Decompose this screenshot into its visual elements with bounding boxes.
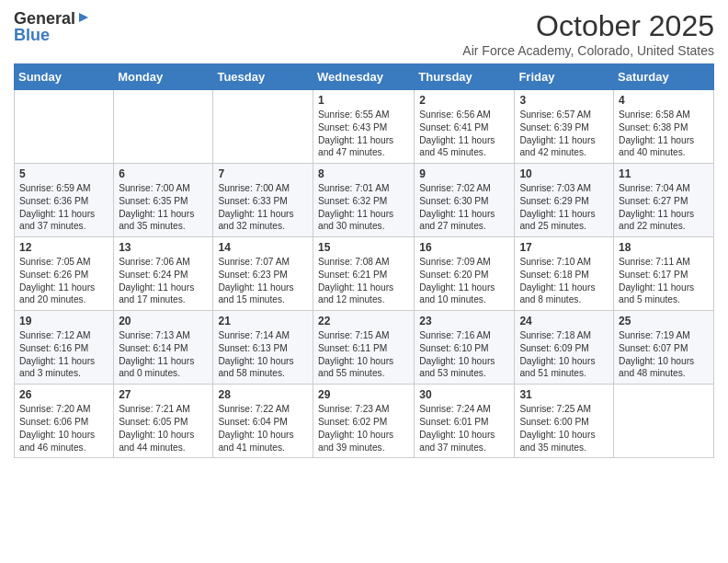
day-info: Sunrise: 7:14 AM Sunset: 6:13 PM Dayligh…: [218, 329, 308, 380]
calendar-table: Sunday Monday Tuesday Wednesday Thursday…: [14, 63, 714, 458]
day-number: 12: [19, 241, 108, 254]
day-number: 18: [619, 241, 709, 254]
day-info: Sunrise: 7:25 AM Sunset: 6:00 PM Dayligh…: [519, 403, 609, 454]
day-info: Sunrise: 6:58 AM Sunset: 6:38 PM Dayligh…: [619, 109, 709, 159]
day-number: 17: [519, 241, 609, 254]
table-row: 17Sunrise: 7:10 AM Sunset: 6:18 PM Dayli…: [515, 237, 614, 311]
day-number: 25: [619, 315, 709, 327]
day-number: 20: [119, 315, 208, 327]
col-monday: Monday: [114, 64, 213, 90]
table-row: 30Sunrise: 7:24 AM Sunset: 6:01 PM Dayli…: [415, 385, 515, 458]
table-row: 9Sunrise: 7:02 AM Sunset: 6:30 PM Daylig…: [415, 164, 515, 237]
day-info: Sunrise: 7:15 AM Sunset: 6:11 PM Dayligh…: [318, 329, 409, 380]
day-info: Sunrise: 7:03 AM Sunset: 6:29 PM Dayligh…: [519, 182, 609, 233]
table-row: 15Sunrise: 7:08 AM Sunset: 6:21 PM Dayli…: [313, 237, 415, 311]
table-row: 1Sunrise: 6:55 AM Sunset: 6:43 PM Daylig…: [313, 90, 415, 164]
day-info: Sunrise: 7:13 AM Sunset: 6:14 PM Dayligh…: [119, 329, 208, 380]
table-row: 27Sunrise: 7:21 AM Sunset: 6:05 PM Dayli…: [114, 385, 213, 458]
day-info: Sunrise: 7:04 AM Sunset: 6:27 PM Dayligh…: [619, 182, 709, 233]
table-row: 26Sunrise: 7:20 AM Sunset: 6:06 PM Dayli…: [15, 385, 114, 458]
day-info: Sunrise: 7:08 AM Sunset: 6:21 PM Dayligh…: [318, 256, 409, 306]
logo-blue-text: Blue: [14, 26, 50, 45]
table-row: 28Sunrise: 7:22 AM Sunset: 6:04 PM Dayli…: [213, 385, 313, 458]
calendar-week-row: 1Sunrise: 6:55 AM Sunset: 6:43 PM Daylig…: [15, 90, 714, 164]
day-info: Sunrise: 7:16 AM Sunset: 6:10 PM Dayligh…: [419, 329, 509, 380]
day-number: 4: [619, 94, 709, 107]
table-row: 12Sunrise: 7:05 AM Sunset: 6:26 PM Dayli…: [15, 237, 114, 311]
col-saturday: Saturday: [614, 64, 714, 90]
day-number: 27: [119, 388, 208, 401]
day-info: Sunrise: 6:56 AM Sunset: 6:41 PM Dayligh…: [419, 109, 509, 159]
day-number: 6: [119, 167, 208, 180]
table-row: [15, 90, 114, 164]
day-number: 16: [419, 241, 509, 254]
day-info: Sunrise: 7:19 AM Sunset: 6:07 PM Dayligh…: [619, 329, 709, 380]
day-info: Sunrise: 7:18 AM Sunset: 6:09 PM Dayligh…: [519, 329, 609, 380]
table-row: 11Sunrise: 7:04 AM Sunset: 6:27 PM Dayli…: [614, 164, 714, 237]
table-row: 22Sunrise: 7:15 AM Sunset: 6:11 PM Dayli…: [313, 311, 415, 385]
table-row: 14Sunrise: 7:07 AM Sunset: 6:23 PM Dayli…: [213, 237, 313, 311]
col-sunday: Sunday: [15, 64, 114, 90]
table-row: 18Sunrise: 7:11 AM Sunset: 6:17 PM Dayli…: [614, 237, 714, 311]
day-info: Sunrise: 7:06 AM Sunset: 6:24 PM Dayligh…: [119, 256, 208, 306]
day-info: Sunrise: 7:22 AM Sunset: 6:04 PM Dayligh…: [218, 403, 308, 454]
col-thursday: Thursday: [415, 64, 515, 90]
table-row: 10Sunrise: 7:03 AM Sunset: 6:29 PM Dayli…: [515, 164, 614, 237]
day-number: 13: [119, 241, 208, 254]
day-number: 19: [19, 315, 108, 327]
table-row: 21Sunrise: 7:14 AM Sunset: 6:13 PM Dayli…: [213, 311, 313, 385]
table-row: 23Sunrise: 7:16 AM Sunset: 6:10 PM Dayli…: [415, 311, 515, 385]
day-info: Sunrise: 7:05 AM Sunset: 6:26 PM Dayligh…: [19, 256, 108, 306]
day-number: 2: [419, 94, 509, 107]
calendar-header-row: Sunday Monday Tuesday Wednesday Thursday…: [15, 64, 714, 90]
day-number: 5: [19, 167, 108, 180]
day-number: 1: [318, 94, 409, 107]
day-number: 14: [218, 241, 308, 254]
title-block: October 2025 Air Force Academy, Colorado…: [462, 9, 714, 58]
day-number: 26: [19, 388, 108, 401]
day-number: 3: [519, 94, 609, 107]
day-number: 28: [218, 388, 308, 401]
table-row: 5Sunrise: 6:59 AM Sunset: 6:36 PM Daylig…: [15, 164, 114, 237]
table-row: 4Sunrise: 6:58 AM Sunset: 6:38 PM Daylig…: [614, 90, 714, 164]
day-number: 21: [218, 315, 308, 327]
day-info: Sunrise: 6:59 AM Sunset: 6:36 PM Dayligh…: [19, 182, 108, 233]
day-info: Sunrise: 6:57 AM Sunset: 6:39 PM Dayligh…: [519, 109, 609, 159]
col-friday: Friday: [515, 64, 614, 90]
table-row: [213, 90, 313, 164]
day-number: 10: [519, 167, 609, 180]
table-row: [114, 90, 213, 164]
header: General Blue October 2025 Air Force Acad…: [14, 9, 714, 58]
svg-marker-0: [79, 13, 88, 22]
logo-arrow-icon: [77, 11, 90, 28]
day-number: 8: [318, 167, 409, 180]
main-title: October 2025: [462, 9, 714, 43]
col-wednesday: Wednesday: [313, 64, 415, 90]
page: General Blue October 2025 Air Force Acad…: [0, 0, 728, 472]
calendar-week-row: 12Sunrise: 7:05 AM Sunset: 6:26 PM Dayli…: [15, 237, 714, 311]
table-row: 7Sunrise: 7:00 AM Sunset: 6:33 PM Daylig…: [213, 164, 313, 237]
day-info: Sunrise: 7:02 AM Sunset: 6:30 PM Dayligh…: [419, 182, 509, 233]
day-number: 11: [619, 167, 709, 180]
day-info: Sunrise: 7:23 AM Sunset: 6:02 PM Dayligh…: [318, 403, 409, 454]
day-info: Sunrise: 7:00 AM Sunset: 6:33 PM Dayligh…: [218, 182, 308, 233]
day-info: Sunrise: 7:09 AM Sunset: 6:20 PM Dayligh…: [419, 256, 509, 306]
day-info: Sunrise: 6:55 AM Sunset: 6:43 PM Dayligh…: [318, 109, 409, 159]
day-info: Sunrise: 7:12 AM Sunset: 6:16 PM Dayligh…: [19, 329, 108, 380]
table-row: 31Sunrise: 7:25 AM Sunset: 6:00 PM Dayli…: [515, 385, 614, 458]
day-number: 31: [519, 388, 609, 401]
day-number: 22: [318, 315, 409, 327]
day-number: 15: [318, 241, 409, 254]
table-row: 29Sunrise: 7:23 AM Sunset: 6:02 PM Dayli…: [313, 385, 415, 458]
table-row: 25Sunrise: 7:19 AM Sunset: 6:07 PM Dayli…: [614, 311, 714, 385]
day-info: Sunrise: 7:20 AM Sunset: 6:06 PM Dayligh…: [19, 403, 108, 454]
day-info: Sunrise: 7:10 AM Sunset: 6:18 PM Dayligh…: [519, 256, 609, 306]
calendar-week-row: 26Sunrise: 7:20 AM Sunset: 6:06 PM Dayli…: [15, 385, 714, 458]
day-number: 9: [419, 167, 509, 180]
day-number: 30: [419, 388, 509, 401]
table-row: 2Sunrise: 6:56 AM Sunset: 6:41 PM Daylig…: [415, 90, 515, 164]
col-tuesday: Tuesday: [213, 64, 313, 90]
day-info: Sunrise: 7:11 AM Sunset: 6:17 PM Dayligh…: [619, 256, 709, 306]
day-number: 7: [218, 167, 308, 180]
table-row: 13Sunrise: 7:06 AM Sunset: 6:24 PM Dayli…: [114, 237, 213, 311]
